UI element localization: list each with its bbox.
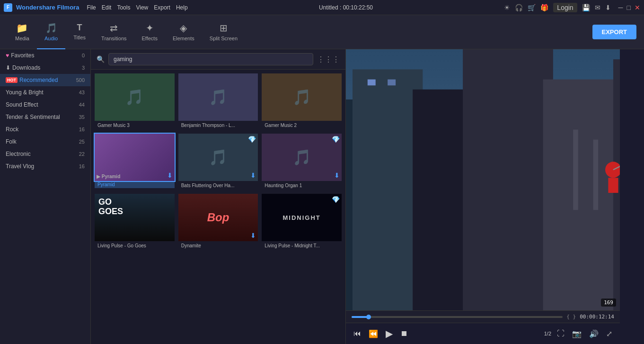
menu-help[interactable]: Help: [176, 4, 188, 11]
effects-icon: ✦: [146, 22, 154, 34]
sidebar-item-travelvlog[interactable]: Travel Vlog 16: [0, 160, 90, 172]
toolbar-transitions[interactable]: ⇄ Transitions: [94, 15, 134, 49]
sidebar-item-folk[interactable]: Folk 25: [0, 136, 90, 148]
maximize-button[interactable]: □: [627, 4, 631, 11]
sidebar-electronic-label: Electronic: [6, 151, 31, 157]
sidebar-item-electronic[interactable]: Electronic 22: [0, 148, 90, 160]
settings-preview-button[interactable]: ⤢: [604, 327, 614, 340]
skip-back-button[interactable]: ⏮: [352, 327, 363, 340]
window-controls: ─ □ ✕: [618, 4, 640, 11]
media-item-gamer3[interactable]: 🎵 Gamer Music 3: [95, 73, 175, 130]
menu-edit[interactable]: Edit: [102, 4, 112, 11]
toolbar-splitscreen[interactable]: ⊞ Split Screen: [202, 15, 245, 49]
transitions-icon: ⇄: [110, 22, 118, 34]
bats-label: Bats Fluttering Over Ha...: [178, 181, 258, 190]
menu-file[interactable]: File: [87, 4, 96, 11]
gamer3-label: Gamer Music 3: [95, 121, 175, 130]
media-icon: 📁: [16, 22, 28, 34]
preview-video: 169 169: [346, 49, 620, 310]
media-item-gamer2[interactable]: 🎵 Gamer Music 2: [262, 73, 342, 130]
svg-rect-16: [608, 178, 618, 193]
folk-count: 25: [79, 139, 85, 145]
media-item-bats[interactable]: 🎵 💎 ⬇ Bats Fluttering Over Ha...: [178, 134, 258, 190]
timecode-display: 00:00:12:14: [580, 314, 614, 320]
elements-icon: ◈: [180, 22, 187, 34]
travelvlog-count: 16: [79, 163, 85, 169]
electronic-count: 22: [79, 151, 85, 157]
media-item-midnight[interactable]: MIDNIGHT 💎 Living Pulse - Midnight T...: [262, 194, 342, 250]
sidebar-item-soundeffect[interactable]: Sound Effect 44: [0, 99, 90, 111]
livingpulse-label: Living Pulse - Go Goes: [95, 241, 175, 250]
cart-icon[interactable]: 🛒: [528, 4, 536, 11]
progress-bar[interactable]: [352, 316, 563, 318]
toolbar-effects[interactable]: ✦ Effects: [134, 15, 165, 49]
progress-handle[interactable]: [366, 315, 371, 319]
play-button[interactable]: ▶: [384, 326, 395, 341]
sidebar-item-rock[interactable]: Rock 16: [0, 123, 90, 136]
premium-badge-midnight: 💎: [332, 196, 340, 203]
sidebar-item-youngbright[interactable]: Young & Bright 43: [0, 86, 90, 99]
sidebar-item-downloads[interactable]: ⬇ Downloads 3: [0, 62, 90, 74]
sidebar-rock-label: Rock: [6, 126, 18, 133]
preview-controls: { } 00:00:12:14: [346, 310, 620, 323]
download-bats-icon: ⬇: [250, 172, 256, 179]
tender-count: 35: [79, 114, 85, 120]
media-item-haunting[interactable]: 🎵 💎 ⬇ Haunting Organ 1: [262, 134, 342, 190]
gift-icon[interactable]: 🎁: [540, 4, 548, 11]
hot-badge: HOT: [6, 77, 18, 83]
downloads-count: 3: [82, 65, 85, 71]
toolbar-transitions-label: Transitions: [101, 36, 126, 41]
volume-preview-button[interactable]: 🔊: [587, 327, 600, 340]
login-button[interactable]: Login: [553, 3, 577, 12]
sidebar-item-favorites[interactable]: ♥ Favorites 0: [0, 49, 90, 62]
toolbar-titles[interactable]: T Titles: [65, 15, 94, 49]
frame-back-button[interactable]: ⏪: [367, 327, 380, 340]
svg-rect-19: [593, 140, 599, 210]
toolbar-audio[interactable]: 🎵 Audio: [37, 15, 65, 49]
sidebar-soundeffect-label: Sound Effect: [6, 101, 38, 108]
headphones-icon[interactable]: 🎧: [515, 4, 523, 11]
svg-rect-18: [573, 130, 578, 210]
toolbar-audio-label: Audio: [44, 36, 58, 41]
toolbar-elements[interactable]: ◈ Elements: [165, 15, 202, 49]
close-button[interactable]: ✕: [635, 4, 640, 11]
search-bar: 🔍 ⋮⋮⋮: [91, 49, 345, 70]
splitscreen-icon: ⊞: [220, 22, 228, 34]
stop-button[interactable]: ⏹: [398, 327, 410, 340]
music-note-icon-1: 🎵: [125, 88, 144, 106]
app-name: Wondershare Filmora: [16, 4, 79, 11]
menu-export[interactable]: Export: [154, 4, 170, 11]
music-note-icon-5: 🎵: [292, 148, 311, 166]
fullscreen-button[interactable]: ⛶: [555, 327, 566, 340]
gamer2-label: Gamer Music 2: [262, 121, 342, 130]
download-haunting-icon: ⬇: [334, 172, 340, 179]
snapshot-button[interactable]: 📷: [570, 327, 583, 340]
media-item-pyramid[interactable]: ▶ Pyramid ⬇ Pyramid: [95, 134, 175, 190]
save-icon[interactable]: 💾: [582, 4, 590, 11]
toolbar-splitscreen-label: Split Screen: [210, 36, 238, 41]
toolbar-media[interactable]: 📁 Media: [8, 15, 37, 49]
titles-icon: T: [77, 23, 82, 33]
sidebar-travelvlog-label: Travel Vlog: [6, 163, 34, 170]
sidebar-item-tender[interactable]: Tender & Sentimental 35: [0, 111, 90, 123]
media-item-livingpulse[interactable]: GOGOES Living Pulse - Go Goes: [95, 194, 175, 250]
window-title: Untitled : 00:10:22:50: [192, 4, 501, 11]
search-input[interactable]: [108, 53, 313, 65]
media-item-dynamite[interactable]: Bop ⬇ Dynamite: [178, 194, 258, 250]
sun-icon[interactable]: ☀: [504, 4, 510, 11]
sidebar-folk-label: Folk: [6, 138, 17, 145]
export-button[interactable]: EXPORT: [592, 25, 636, 39]
left-sidebar: ♥ Favorites 0 ⬇ Downloads 3 HOT Recommen…: [0, 49, 91, 344]
sidebar-item-recommended[interactable]: HOT Recommended 500: [0, 74, 90, 86]
pyramid-label: Pyramid: [95, 181, 175, 188]
minimize-button[interactable]: ─: [618, 4, 623, 11]
media-item-benjamin[interactable]: 🎵 Benjamin Thompson - L...: [178, 73, 258, 130]
preview-bottom: ⏮ ⏪ ▶ ⏹ 1/2 ⛶ 📷 🔊 ⤢: [346, 323, 620, 344]
menu-view[interactable]: View: [136, 4, 148, 11]
favorites-count: 0: [82, 53, 85, 58]
mail-icon[interactable]: ✉: [595, 4, 600, 11]
grid-options-icon[interactable]: ⋮⋮⋮: [317, 55, 340, 64]
menu-tools[interactable]: Tools: [117, 4, 130, 11]
download-dynamite-icon: ⬇: [250, 232, 256, 239]
download-header-icon[interactable]: ⬇: [605, 4, 611, 11]
